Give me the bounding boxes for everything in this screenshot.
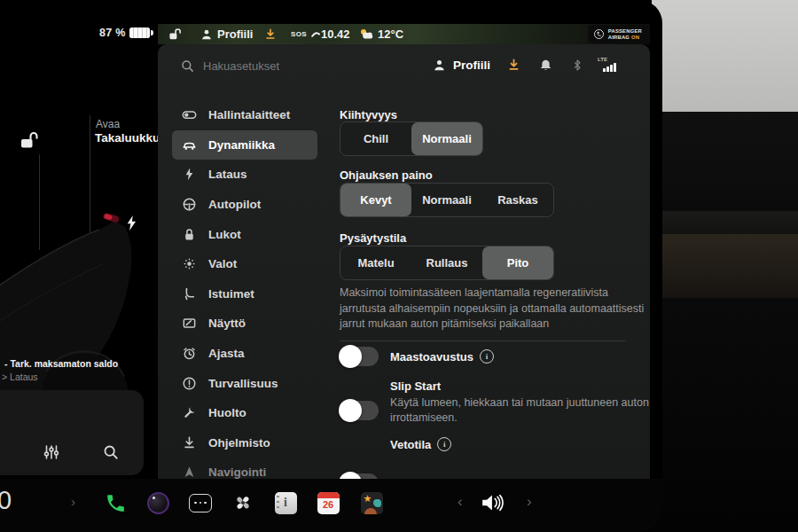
person-icon (200, 28, 213, 41)
stopping-option-matelu[interactable]: Matelu (340, 246, 411, 279)
stopping-mode-toggle-group: Matelu Rullaus Pito (340, 246, 554, 280)
settings-sidebar: Hallintalaitteet Dynamiikka Lataus Autop… (172, 100, 317, 479)
battery-percentage: 87 % (99, 27, 126, 39)
sidebar-item-label: Autopilot (208, 198, 261, 211)
sidebar-item-hallintalaitteet[interactable]: Hallintalaitteet (172, 100, 317, 130)
profile-menu[interactable]: Profiili (200, 24, 253, 44)
sidebar-item-lukot[interactable]: Lukot (172, 219, 317, 249)
fan-climate-icon[interactable] (231, 491, 254, 514)
slip-start-description: Käytä lumeen, hiekkaan tai mutaan juuttu… (390, 395, 649, 426)
tesla-screenshot: 87 % Profiili SOS 10.42 (0, 0, 798, 532)
sidebar-item-label: Huolto (208, 406, 246, 419)
app-dock: 0 › i 26 ★ (0, 479, 662, 532)
slip-start-toggle[interactable] (340, 401, 379, 420)
bluetooth-icon[interactable] (571, 59, 583, 75)
bolt-icon (182, 167, 197, 182)
phone-app-icon[interactable] (104, 491, 127, 514)
steering-label: Ohjauksen paino (340, 168, 433, 182)
network-label: LTE (598, 57, 616, 62)
settings-panel: Hakuasetukset Profiili LTE (158, 44, 650, 479)
dashboard-wood-trim (652, 234, 798, 298)
airbag-icon (593, 28, 605, 40)
sidebar-item-label: Istuimet (208, 287, 254, 301)
dashboard-lower (652, 298, 798, 532)
sidebar-item-ohjelmisto[interactable]: Ohjelmisto (172, 428, 317, 458)
sidebar-item-label: Navigointi (208, 466, 266, 479)
steering-option-normaali[interactable]: Normaali (411, 184, 482, 216)
search-input[interactable]: Hakuasetukset (203, 59, 279, 73)
dashboard-ridge (652, 211, 798, 234)
media-prev-icon[interactable]: ‹ (458, 493, 463, 511)
sidebar-item-autopilot[interactable]: Autopilot (172, 190, 317, 220)
contacts-app-icon[interactable]: i (274, 491, 297, 514)
phone-receiver-icon (311, 30, 320, 38)
charging-notice: > Lataus (2, 372, 38, 382)
software-update-icon[interactable] (264, 24, 277, 44)
calendar-app-icon[interactable]: 26 (317, 491, 340, 514)
sidebar-item-naytto[interactable]: Näyttö (172, 309, 317, 339)
notifications-bell-icon[interactable] (539, 59, 552, 75)
wrench-icon (182, 405, 197, 420)
windshield (652, 0, 798, 112)
sidebar-item-turvallisuus[interactable]: Turvallisuus (172, 368, 317, 398)
clock: 10.42 (321, 24, 350, 44)
stopping-mode-description: Maksimoi toimintasäteen laajentamalla re… (340, 286, 648, 332)
charge-bolt-icon[interactable] (125, 215, 138, 234)
acceleration-option-chill[interactable]: Chill (340, 122, 411, 155)
open-label: Avaa (96, 118, 120, 130)
more-apps-icon[interactable] (189, 491, 212, 514)
steering-option-raskas[interactable]: Raskas (482, 184, 553, 216)
volume-icon[interactable] (481, 492, 505, 517)
software-update-icon[interactable] (507, 59, 520, 75)
display-icon (182, 316, 197, 331)
sidebar-item-huolto[interactable]: Huolto (172, 398, 317, 428)
chevron-right-small-icon[interactable]: › (71, 494, 75, 509)
sidebar-item-label: Dynamiikka (208, 138, 275, 152)
airbag-line2: AIRBAG (608, 35, 630, 40)
sidebar-item-valot[interactable]: Valot (172, 249, 317, 279)
stopping-mode-label: Pysäytystila (340, 231, 406, 245)
acceleration-toggle-group: Chill Normaali (340, 121, 483, 156)
time-label: 10.42 (321, 27, 350, 41)
airbag-line1: PASSENGER (608, 28, 642, 35)
acceleration-option-normaali[interactable]: Normaali (411, 122, 482, 155)
unlock-icon[interactable] (168, 24, 182, 44)
equalizer-icon[interactable] (43, 443, 60, 465)
profile-button[interactable]: Profiili (433, 59, 490, 72)
alarm-icon (182, 346, 197, 361)
offroad-assist-label: Maastoavustus (390, 350, 473, 364)
slip-start-label: Slip Start (390, 379, 441, 393)
sidebar-item-dynamiikka[interactable]: Dynamiikka (172, 130, 317, 160)
alert-icon (182, 376, 197, 391)
sidebar-item-ajasta[interactable]: Ajasta (172, 339, 317, 369)
lock-icon (182, 227, 197, 242)
airbag-state: ON (631, 35, 639, 40)
steering-option-kevyt[interactable]: Kevyt (340, 184, 411, 216)
sidebar-item-label: Hallintalaitteet (208, 108, 290, 121)
photos-app-icon[interactable]: ★ (360, 491, 383, 514)
sidebar-item-lataus[interactable]: Lataus (172, 160, 317, 190)
stopping-option-pito[interactable]: Pito (482, 246, 553, 279)
unlock-icon-large[interactable] (20, 130, 41, 153)
sidebar-item-label: Turvallisuus (208, 377, 278, 390)
info-icon[interactable]: i (437, 437, 451, 451)
search-icon (181, 59, 194, 76)
sidebar-item-label: Lataus (208, 168, 247, 181)
cabin-background (652, 0, 798, 532)
media-next-icon[interactable]: › (527, 493, 532, 511)
unpaid-balance-notice: - Tark. maksamaton saldo (4, 358, 118, 369)
steering-toggle-group: Kevyt Normaali Raskas (340, 183, 554, 217)
search-icon-card[interactable] (103, 444, 119, 464)
stopping-option-rullaus[interactable]: Rullaus (411, 246, 482, 279)
tesla-touchscreen: 87 % Profiili SOS 10.42 (0, 0, 662, 532)
temperature-label: 12°C (378, 27, 403, 41)
download-icon (182, 435, 197, 450)
offroad-assist-toggle[interactable] (340, 347, 379, 366)
info-icon[interactable]: i (480, 349, 494, 364)
dock-left-value: 0 (0, 486, 12, 515)
sidebar-item-istuimet[interactable]: Istuimet (172, 279, 317, 309)
calendar-day: 26 (317, 499, 340, 510)
sidebar-item-navigointi[interactable]: Navigointi (172, 458, 317, 479)
camera-app-icon[interactable] (146, 491, 169, 514)
trunk-button[interactable]: Takaluukku (95, 131, 160, 145)
